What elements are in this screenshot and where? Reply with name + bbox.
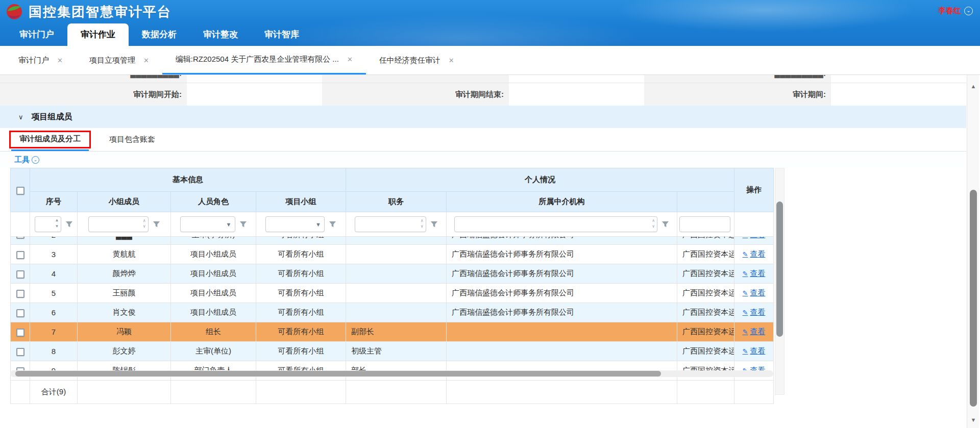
nav-item-audit-work[interactable]: 审计作业 [67,23,129,46]
form-row-clipped: █████████: █████████: [0,75,966,83]
column-header-group: 项目小组 [256,192,346,212]
select-all-checkbox[interactable] [16,187,24,195]
role-filter-select[interactable]: ▼ [180,216,235,232]
view-link[interactable]: ✎查看 [743,237,766,240]
filter-funnel-icon[interactable] [662,221,669,228]
table-scrollbar-thumb[interactable] [776,202,783,337]
row-checkbox[interactable] [16,237,24,239]
section-project-members[interactable]: ∨ 项目组成员 [0,106,966,128]
filter-funnel-icon[interactable] [430,221,438,228]
scroll-down-arrow[interactable]: ▼ [967,414,979,426]
horizontal-scrollbar[interactable] [10,370,773,377]
close-icon[interactable]: ✕ [57,57,63,64]
table-row[interactable]: 3黄航航项目小组成员可看所有小组 广西瑞信盛德会计师事务所有限公司广西国控资本运… [11,245,774,264]
row-checkbox[interactable] [16,290,24,298]
chevron-down-icon[interactable]: ⌄ [32,156,39,164]
table-row-partial[interactable]: 2 ███ 主审(事务所) 可看所有小组 广西瑞信盛德会计师事务所有限公司 广西… [11,237,774,245]
audit-period-end-input[interactable] [509,83,644,106]
summary-total: 合计(9) [30,381,78,404]
row-checkbox[interactable] [16,329,24,337]
table-vertical-scrollbar[interactable] [775,168,785,395]
position-filter-input[interactable] [355,217,426,232]
pencil-icon: ✎ [743,347,748,355]
filter-empty-cell [734,212,774,237]
clipped-input[interactable] [187,75,322,83]
view-link[interactable]: ✎查看 [743,269,766,279]
tab-label: 项目立项管理 [89,56,135,65]
pencil-icon: ✎ [743,270,748,278]
column-header-agency: 所属中介机构 [447,192,677,212]
field-label-audit-period: 审计期间: [644,83,831,106]
clipped-input[interactable] [509,75,644,83]
tab-edit-rz202504[interactable]: 编辑:RZ202504 关于广西农垦企业管理有限公 ... ✕ [162,46,366,74]
row-checkbox[interactable] [16,270,24,279]
group-filter-select[interactable]: ▼ [265,216,325,232]
table-row-highlighted[interactable]: 7冯颖组长可看所有小组 副部长广西国控资本运营 ✎查看 [11,322,774,342]
subtab-project-account-sets[interactable]: 项目包含账套 [101,128,163,151]
user-menu[interactable]: 李春红 ⌄ [938,6,973,16]
row-checkbox[interactable] [16,251,24,259]
main-nav: 审计门户 审计作业 数据分析 审计整改 审计智库 [0,23,312,46]
pencil-icon: ✎ [743,237,748,239]
user-name: 李春红 [938,6,961,16]
org-filter-input[interactable] [680,217,730,232]
table-row[interactable]: 5王丽颜项目小组成员可看所有小组 广西瑞信盛德会计师事务所有限公司广西国控资本运… [11,284,774,303]
subtab-audit-team-members[interactable]: 审计组成员及分工 [11,128,89,151]
subtab-label: 项目包含账套 [109,135,155,144]
tab-economic-duty-audit[interactable]: 任中经济责任审计 ✕ [366,46,468,74]
view-link[interactable]: ✎查看 [743,249,766,259]
field-label-audit-period-start: 审计期间开始: [0,83,187,106]
view-link[interactable]: ✎查看 [743,308,766,317]
tab-project-setup[interactable]: 项目立项管理 ✕ [76,46,162,74]
collapse-chevron-icon[interactable]: ∨ [18,113,23,121]
column-header-action: 操作 [734,168,774,212]
view-link[interactable]: ✎查看 [743,346,766,356]
tab-audit-portal[interactable]: 审计门户 ✕ [5,46,76,74]
row-checkbox[interactable] [16,348,24,356]
horizontal-scrollbar-thumb[interactable] [15,371,661,376]
audit-period-input[interactable] [831,83,966,106]
table-row[interactable]: 4颜烨烨项目小组成员可看所有小组 广西瑞信盛德会计师事务所有限公司广西国控资本运… [11,264,774,284]
clipped-label [322,75,509,83]
tools-row: 工具 ⌄ [0,152,966,168]
filter-row: ▲▼ ∧∨ ▼ ▼ ∧∨ [11,212,774,237]
filter-funnel-icon[interactable] [65,221,73,228]
view-link[interactable]: ✎查看 [743,288,766,298]
audit-period-start-input[interactable] [187,83,322,106]
scroll-up-arrow[interactable]: ▲ [967,80,979,92]
page-vertical-scrollbar[interactable]: ▲ ▼ [967,75,979,428]
chevron-down-icon[interactable]: ⌄ [964,7,973,15]
nav-item-audit-rectify[interactable]: 审计整改 [190,23,251,46]
group-header-personal: 个人情况 [346,168,734,192]
close-icon[interactable]: ✕ [143,57,149,64]
members-table: 基本信息 个人情况 操作 序号 小组成员 人员角色 项目小组 职务 所属中介机构 [10,168,774,404]
clipped-label: █████████: [644,75,831,83]
filter-empty-cell [11,212,30,237]
tab-label: 编辑:RZ202504 关于广西农垦企业管理有限公 ... [176,55,339,64]
tab-label: 审计门户 [18,56,49,65]
tools-menu[interactable]: 工具 [14,155,30,165]
close-icon[interactable]: ✕ [449,57,454,64]
agency-filter-input[interactable] [455,217,657,232]
open-tabs-bar: 审计门户 ✕ 项目立项管理 ✕ 编辑:RZ202504 关于广西农垦企业管理有限… [0,46,980,75]
row-checkbox[interactable] [16,309,24,317]
field-label-audit-period-end: 审计期间结束: [322,83,509,106]
clipped-input[interactable] [831,75,966,83]
filter-funnel-icon[interactable] [153,221,160,228]
close-icon[interactable]: ✕ [347,56,353,63]
name-filter-input[interactable] [89,217,148,232]
nav-item-data-analysis[interactable]: 数据分析 [129,23,190,46]
nav-item-audit-portal[interactable]: 审计门户 [6,23,67,46]
table-row[interactable]: 6肖文俊项目小组成员可看所有小组 广西瑞信盛德会计师事务所有限公司广西国控资本运… [11,303,774,322]
filter-funnel-icon[interactable] [329,221,336,228]
subtab-label: 审计组成员及分工 [19,134,81,144]
column-header-name: 小组成员 [78,192,171,212]
table-row[interactable]: 8彭文婷主审(单位)可看所有小组 初级主管广西国控资本运营 ✎查看 [11,342,774,361]
audit-platform-page: 国控集团智慧审计平台 李春红 ⌄ 审计门户 审计作业 数据分析 审计整改 审计智… [0,0,980,428]
view-link[interactable]: ✎查看 [743,327,766,337]
select-all-cell [11,168,30,212]
nav-item-audit-library[interactable]: 审计智库 [251,23,312,46]
page-scrollbar-thumb[interactable] [970,190,977,407]
filter-funnel-icon[interactable] [239,221,247,228]
pencil-icon: ✎ [743,289,748,297]
